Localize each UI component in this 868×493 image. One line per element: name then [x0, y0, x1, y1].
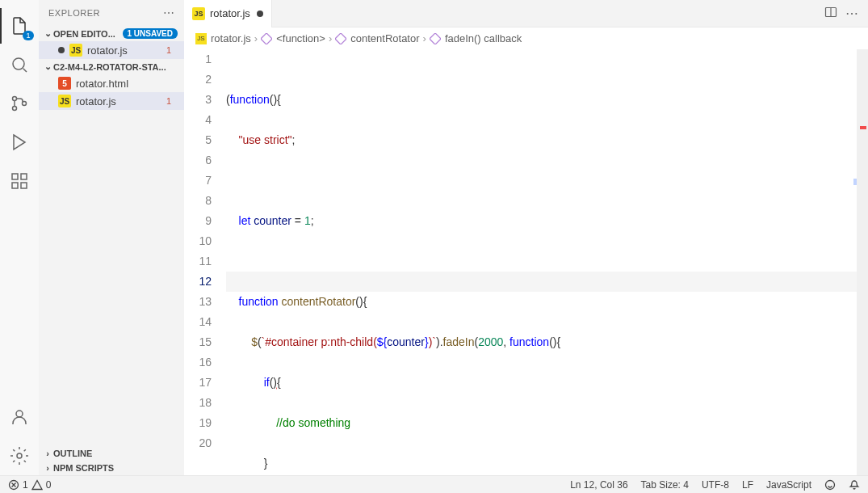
split-editor-icon[interactable] — [824, 6, 837, 21]
activity-bar: 1 — [0, 0, 39, 475]
line-gutter: 1 2 3 4 5 6 7 8 9 10 11 12 13 14 15 16 1 — [184, 49, 226, 475]
warning-count: 0 — [46, 479, 52, 491]
svg-rect-13 — [335, 33, 346, 44]
breadcrumb-sep-icon: › — [423, 32, 426, 44]
tab-bar: JS rotator.js ⋯ — [184, 0, 868, 27]
outline-section[interactable]: › OUTLINE — [39, 446, 184, 461]
folder-label: C2-M4-L2-ROTATOR-STA... — [53, 62, 166, 72]
svg-point-1 — [13, 97, 17, 101]
outline-label: OUTLINE — [53, 449, 92, 458]
folder-section[interactable]: ⌄ C2-M4-L2-ROTATOR-STA... — [39, 59, 184, 74]
js-file-icon: JS — [192, 7, 205, 20]
modified-dot-icon — [58, 47, 65, 53]
sidebar-more-icon[interactable]: ⋯ — [163, 6, 175, 19]
minimap[interactable] — [857, 49, 868, 475]
svg-rect-4 — [12, 174, 18, 179]
chevron-down-icon: ⌄ — [42, 28, 53, 39]
explorer-icon[interactable]: 1 — [0, 6, 39, 45]
code-editor[interactable]: 1 2 3 4 5 6 7 8 9 10 11 12 13 14 15 16 1 — [184, 49, 868, 475]
svg-point-16 — [826, 480, 835, 489]
unsaved-badge: 1 UNSAVED — [123, 28, 178, 39]
js-file-icon: JS — [195, 33, 207, 44]
open-editor-item[interactable]: JS rotator.js 1 — [39, 41, 184, 59]
svg-point-3 — [23, 102, 27, 106]
source-control-icon[interactable] — [0, 84, 39, 123]
status-feedback-icon[interactable] — [824, 479, 836, 491]
status-tabsize[interactable]: Tab Size: 4 — [641, 479, 689, 491]
file-name: rotator.js — [76, 95, 116, 107]
search-icon[interactable] — [0, 45, 39, 84]
tab-rotator-js[interactable]: JS rotator.js — [184, 0, 272, 27]
extensions-icon[interactable] — [0, 162, 39, 200]
js-file-icon: JS — [69, 44, 82, 57]
code-content[interactable]: (function(){ "use strict"; let counter =… — [226, 49, 857, 475]
status-language[interactable]: JavaScript — [766, 479, 811, 491]
chevron-right-icon: › — [42, 449, 53, 458]
run-debug-icon[interactable] — [0, 123, 39, 162]
js-file-icon: JS — [58, 95, 71, 107]
status-lncol[interactable]: Ln 12, Col 36 — [570, 479, 627, 491]
method-icon — [430, 33, 441, 44]
breadcrumb-sym1[interactable]: contentRotator — [335, 32, 419, 44]
breadcrumb-sym2[interactable]: fadeIn() callback — [430, 32, 522, 44]
chevron-down-icon: ⌄ — [42, 61, 53, 72]
npm-scripts-section[interactable]: › NPM SCRIPTS — [39, 461, 184, 475]
svg-rect-12 — [261, 33, 272, 44]
more-actions-icon[interactable]: ⋯ — [845, 6, 858, 21]
breadcrumb-sep-icon: › — [329, 32, 332, 44]
breadcrumb-sep-icon: › — [254, 32, 258, 44]
breadcrumbs[interactable]: JS rotator.js › <function> › contentRota… — [184, 27, 868, 49]
file-name: rotator.js — [87, 44, 128, 57]
status-bar: 1 0 Ln 12, Col 36 Tab Size: 4 UTF-8 LF J… — [0, 475, 868, 493]
method-icon — [335, 33, 346, 44]
open-editors-section[interactable]: ⌄ OPEN EDITO... 1 UNSAVED — [39, 26, 184, 41]
error-count: 1 — [161, 45, 176, 55]
sidebar: EXPLORER ⋯ ⌄ OPEN EDITO... 1 UNSAVED JS … — [39, 0, 184, 475]
svg-rect-7 — [21, 183, 27, 188]
method-icon — [261, 33, 272, 44]
explorer-badge: 1 — [23, 31, 34, 40]
status-encoding[interactable]: UTF-8 — [702, 479, 729, 491]
npm-label: NPM SCRIPTS — [53, 463, 114, 473]
dirty-indicator-icon — [257, 11, 263, 17]
file-item-html[interactable]: 5 rotator.html — [39, 74, 184, 92]
open-editors-label: OPEN EDITO... — [53, 29, 115, 39]
svg-point-8 — [16, 411, 23, 417]
status-bell-icon[interactable] — [849, 479, 860, 491]
error-count: 1 — [161, 96, 176, 106]
editor-area: JS rotator.js ⋯ JS rotator.js › <f — [184, 0, 868, 475]
breadcrumb-file[interactable]: JS rotator.js — [195, 32, 251, 44]
sidebar-title: EXPLORER — [48, 8, 100, 18]
settings-gear-icon[interactable] — [0, 436, 39, 475]
accounts-icon[interactable] — [0, 398, 39, 436]
html-file-icon: 5 — [58, 77, 71, 90]
sidebar-header: EXPLORER ⋯ — [39, 0, 184, 26]
file-item-js[interactable]: JS rotator.js 1 — [39, 92, 184, 110]
tab-label: rotator.js — [210, 7, 250, 19]
status-problems[interactable]: 1 0 — [8, 479, 51, 491]
svg-rect-14 — [430, 33, 441, 44]
svg-point-2 — [13, 107, 17, 111]
breadcrumb-fn[interactable]: <function> — [261, 32, 325, 44]
file-name: rotator.html — [76, 78, 128, 90]
status-eol[interactable]: LF — [742, 479, 753, 491]
svg-point-0 — [13, 58, 24, 70]
minimap-error-marker — [860, 126, 866, 129]
svg-rect-6 — [12, 183, 18, 188]
error-count: 1 — [23, 479, 28, 491]
chevron-right-icon: › — [42, 463, 53, 473]
svg-point-9 — [17, 453, 22, 458]
svg-rect-5 — [21, 174, 27, 179]
